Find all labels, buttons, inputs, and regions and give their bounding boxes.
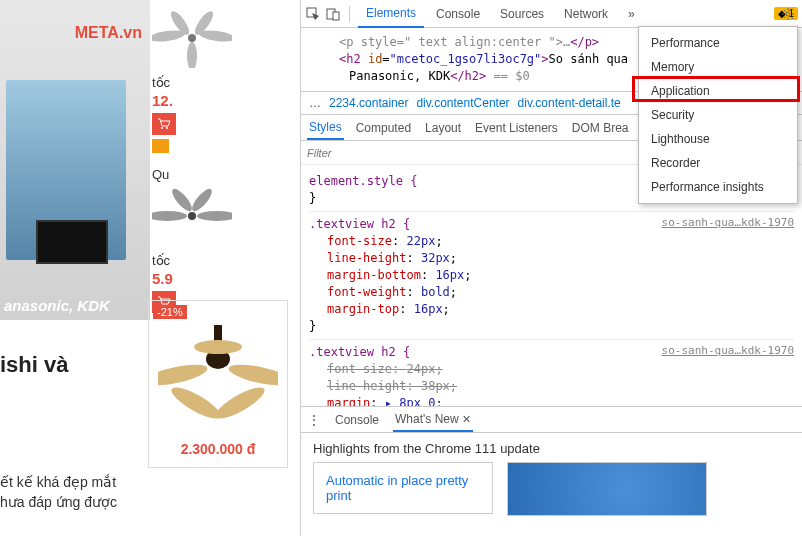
- tab-elements[interactable]: Elements: [358, 0, 424, 28]
- drawer-tabbar: ⋮ Console What's New ✕: [301, 407, 802, 433]
- discount-badge: -21%: [153, 305, 187, 319]
- menu-item-memory[interactable]: Memory: [639, 55, 797, 79]
- css-prop: line-height: [327, 251, 406, 265]
- dom-attr-name: id: [368, 52, 382, 66]
- page-banner: META.vn anasonic, KDK: [0, 0, 150, 320]
- svg-rect-24: [333, 12, 339, 20]
- menu-item-performance[interactable]: Performance: [639, 31, 797, 55]
- css-prop: margin-bottom: [327, 268, 421, 282]
- devtools-panel: Elements Console Sources Network » ◆ 1 <…: [300, 0, 802, 536]
- svg-point-17: [158, 361, 209, 390]
- whatsnew-card[interactable]: Automatic in place pretty print: [313, 462, 493, 514]
- svg-point-11: [169, 186, 195, 214]
- tab-console[interactable]: Console: [428, 1, 488, 27]
- css-source-link[interactable]: so-sanh-qua…kdk-1970: [662, 214, 794, 231]
- dom-prev-line: <p style=" text align:center ">…: [339, 35, 570, 49]
- site-logo: META.vn: [75, 24, 142, 42]
- dom-selected-marker: == $0: [486, 69, 529, 83]
- svg-point-25: [786, 12, 790, 16]
- fan-icon: [152, 186, 232, 246]
- svg-point-19: [168, 382, 224, 424]
- whatsnew-title: Highlights from the Chrome 111 update: [313, 441, 790, 456]
- banner-tv-graphic: [36, 220, 108, 264]
- close-icon[interactable]: ✕: [462, 413, 471, 425]
- tab-styles[interactable]: Styles: [307, 116, 344, 140]
- svg-point-0: [188, 34, 196, 42]
- css-rule-block[interactable]: so-sanh-qua…kdk-1970 .textview h2 { font…: [309, 212, 794, 340]
- css-val: 16px: [414, 302, 443, 316]
- css-selector: .textview h2 {: [309, 217, 410, 231]
- breadcrumb-item[interactable]: div.content-detail.te: [518, 96, 621, 110]
- svg-point-6: [161, 127, 163, 129]
- product-list: tốc 12. Qu tốc 5.9: [152, 0, 292, 323]
- fan-icon: [152, 8, 232, 68]
- styles-filter-input[interactable]: [307, 147, 407, 159]
- dom-text: Panasonic, KDK: [349, 69, 450, 83]
- menu-item-recorder[interactable]: Recorder: [639, 151, 797, 175]
- product-price: 12.: [152, 92, 292, 109]
- css-val: 38px: [421, 379, 450, 393]
- article-headline: ishi và: [0, 352, 68, 378]
- svg-point-20: [212, 382, 268, 424]
- breadcrumb-item[interactable]: 2234.container: [329, 96, 408, 110]
- menu-item-lighthouse[interactable]: Lighthouse: [639, 127, 797, 151]
- tab-sources[interactable]: Sources: [492, 1, 552, 27]
- css-source-link[interactable]: so-sanh-qua…kdk-1970: [662, 342, 794, 359]
- dom-h2-open: <h2: [339, 52, 368, 66]
- ceiling-fan-icon: [158, 325, 278, 435]
- menu-item-application[interactable]: Application: [639, 79, 797, 103]
- drawer-tab-console[interactable]: Console: [333, 409, 381, 431]
- tabs-overflow-menu: Performance Memory Application Security …: [638, 26, 798, 204]
- separator: [349, 6, 350, 22]
- tab-layout[interactable]: Layout: [423, 117, 463, 139]
- article-paragraph: ết kế khá đẹp mắt hưa đáp ứng được: [0, 472, 140, 512]
- tab-overflow-button[interactable]: »: [620, 1, 643, 27]
- product-item[interactable]: Qu tốc 5.9: [152, 163, 292, 323]
- breadcrumb-item[interactable]: …: [309, 96, 321, 110]
- devtools-drawer: ⋮ Console What's New ✕ Highlights from t…: [301, 406, 802, 536]
- css-prop: line-height: [327, 379, 406, 393]
- inspect-element-icon[interactable]: [305, 6, 321, 22]
- css-selector: .textview h2 {: [309, 345, 410, 359]
- svg-point-18: [227, 361, 278, 390]
- svg-point-9: [152, 211, 187, 221]
- css-val: 22px: [406, 234, 435, 248]
- add-to-cart-button[interactable]: [152, 113, 176, 135]
- tab-network[interactable]: Network: [556, 1, 616, 27]
- product-badge: [152, 139, 169, 153]
- featured-product[interactable]: -21% 2.300.000 đ: [148, 300, 288, 468]
- css-prop: font-size: [327, 234, 392, 248]
- product-title: tốc: [152, 75, 292, 90]
- product-subtitle: tốc: [152, 253, 292, 268]
- product-price: 5.9: [152, 270, 292, 287]
- dom-close-tag: </p>: [570, 35, 599, 49]
- whatsnew-graphic: [507, 462, 707, 516]
- whatsnew-content: Highlights from the Chrome 111 update Au…: [301, 433, 802, 524]
- settings-icon[interactable]: [780, 6, 796, 22]
- drawer-menu-icon[interactable]: ⋮: [307, 412, 321, 428]
- menu-item-performance-insights[interactable]: Performance insights: [639, 175, 797, 199]
- css-prop: font-size: [327, 362, 392, 376]
- tab-event-listeners[interactable]: Event Listeners: [473, 117, 560, 139]
- tab-computed[interactable]: Computed: [354, 117, 413, 139]
- product-item[interactable]: tốc 12.: [152, 0, 292, 163]
- product-title: Qu: [152, 167, 292, 182]
- drawer-tab-label: What's New: [395, 412, 459, 426]
- css-prop: font-weight: [327, 285, 406, 299]
- css-val: bold: [421, 285, 450, 299]
- svg-point-3: [187, 42, 197, 68]
- para-line: ết kế khá đẹp mắt: [0, 474, 116, 490]
- tab-dom-breakpoints[interactable]: DOM Brea: [570, 117, 631, 139]
- breadcrumb-item[interactable]: div.contentCenter: [416, 96, 509, 110]
- devtools-tabbar: Elements Console Sources Network » ◆ 1: [301, 0, 802, 28]
- css-val: 16px: [435, 268, 464, 282]
- css-selector: element.style {: [309, 174, 417, 188]
- drawer-tab-whatsnew[interactable]: What's New ✕: [393, 408, 473, 432]
- dom-text: So sánh qua: [549, 52, 628, 66]
- cart-icon: [157, 118, 171, 130]
- menu-item-security[interactable]: Security: [639, 103, 797, 127]
- css-val: 32px: [421, 251, 450, 265]
- device-toolbar-icon[interactable]: [325, 6, 341, 22]
- svg-point-8: [188, 212, 196, 220]
- svg-point-21: [194, 340, 242, 354]
